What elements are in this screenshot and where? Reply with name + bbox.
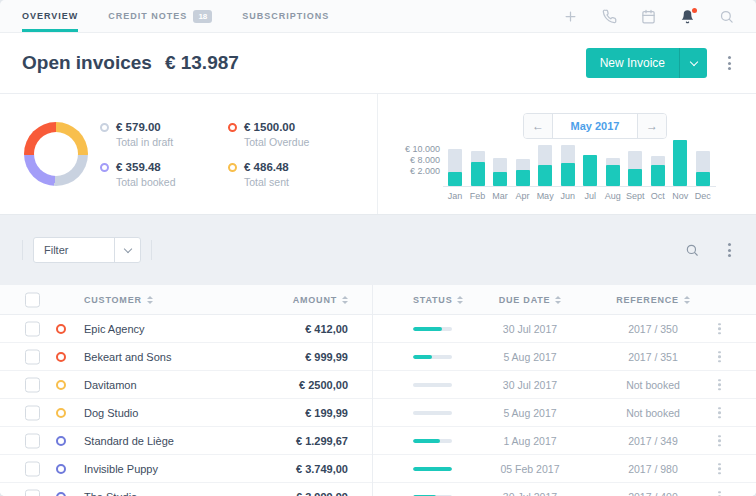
table-row[interactable]: Epic Agency€ 412,0030 Jul 20172017 / 350 (0, 315, 756, 343)
toolbar-kebab-icon[interactable] (725, 240, 734, 260)
customer-name[interactable]: Davitamon (84, 379, 137, 391)
row-checkbox[interactable] (25, 321, 40, 336)
bar-oct (651, 156, 665, 186)
calendar-icon[interactable] (641, 9, 656, 24)
filter-dropdown[interactable]: Filter (33, 237, 141, 263)
donut-chart (24, 122, 88, 186)
table-search-icon[interactable] (685, 243, 699, 257)
sort-icon (555, 296, 561, 304)
due-date: 05 Feb 2017 (470, 463, 590, 475)
row-checkbox[interactable] (25, 349, 40, 364)
phone-icon[interactable] (602, 9, 617, 24)
due-date: 30 Jul 2017 (470, 491, 590, 496)
row-kebab-icon[interactable] (716, 433, 723, 449)
select-all-checkbox[interactable] (25, 292, 40, 307)
filter-chevron[interactable] (114, 238, 140, 262)
bar-aug (606, 158, 620, 186)
amount-value: € 2500,00 (230, 379, 348, 391)
status-dot (56, 352, 66, 362)
status-dot (56, 324, 66, 334)
row-checkbox[interactable] (25, 433, 40, 448)
reference: 2017 / 400 (593, 491, 713, 496)
y-tick-label: € 8.000 (410, 155, 440, 165)
reference: 2017 / 980 (593, 463, 713, 475)
bar-nov (673, 140, 687, 186)
customer-name[interactable]: Bekeart and Sons (84, 351, 171, 363)
new-invoice-button[interactable]: New Invoice (586, 48, 707, 78)
column-header-customer[interactable]: CUSTOMER (84, 285, 153, 315)
row-kebab-icon[interactable] (716, 405, 723, 421)
tab-subscriptions[interactable]: SUBSCRIPTIONS (242, 0, 329, 32)
header-kebab-icon[interactable] (725, 53, 734, 73)
month-label: Mar (493, 191, 507, 201)
month-label: Jul (583, 191, 597, 201)
column-header-reference[interactable]: REFERENCE (593, 285, 713, 315)
tab-badge: 18 (193, 10, 212, 23)
new-invoice-dropdown[interactable] (679, 48, 707, 78)
bar-fill (583, 155, 597, 186)
bar-jan (448, 149, 462, 186)
filter-dropdown-label: Filter (34, 238, 114, 262)
search-icon[interactable] (719, 9, 734, 24)
table-row[interactable]: Invisible Puppy€ 3.749,0005 Feb 20172017… (0, 455, 756, 483)
progress-fill (413, 355, 432, 359)
column-header-status[interactable]: STATUS (413, 285, 463, 315)
customer-name[interactable]: Invisible Puppy (84, 463, 158, 475)
customer-name[interactable]: Epic Agency (84, 323, 145, 335)
row-kebab-icon[interactable] (716, 377, 723, 393)
table-row[interactable]: Standard de Liège€ 1.299,671 Aug 2017201… (0, 427, 756, 455)
topbar-icons (563, 0, 734, 32)
column-header-due-date[interactable]: DUE DATE (470, 285, 590, 315)
stat-label: Total in draft (116, 136, 228, 148)
bar-fill (696, 172, 710, 186)
customer-name[interactable]: Dog Studio (84, 407, 138, 419)
bar-fill (561, 163, 575, 186)
stats-grid: € 579.00Total in draft€ 1500.00Total Ove… (100, 121, 309, 188)
table-row[interactable]: Dog Studio€ 199,995 Aug 2017Not booked (0, 399, 756, 427)
due-date: 1 Aug 2017 (470, 435, 590, 447)
stat-dot (228, 163, 237, 172)
bar-apr (516, 159, 530, 186)
row-checkbox[interactable] (25, 489, 40, 496)
row-kebab-icon[interactable] (716, 461, 723, 477)
status-dot (56, 492, 66, 496)
tab-bar: OVERVIEWCREDIT NOTES18SUBSCRIPTIONS (22, 0, 329, 32)
reference: 2017 / 351 (593, 351, 713, 363)
month-label: Dec (696, 191, 710, 201)
tab-overview[interactable]: OVERVIEW (22, 0, 78, 32)
status-progressbar (413, 327, 452, 331)
tab-credit-notes[interactable]: CREDIT NOTES18 (108, 0, 212, 32)
customer-name[interactable]: The Studio (84, 491, 137, 496)
row-checkbox[interactable] (25, 461, 40, 476)
tab-label: OVERVIEW (22, 11, 78, 21)
tab-label: CREDIT NOTES (108, 11, 187, 21)
column-header-amount[interactable]: AMOUNT (230, 285, 348, 315)
bell-icon[interactable] (680, 9, 695, 24)
bar-sept (628, 151, 642, 186)
row-checkbox[interactable] (25, 377, 40, 392)
bar-jul (583, 155, 597, 186)
progress-fill (413, 467, 452, 471)
bar-fill (538, 165, 552, 186)
row-kebab-icon[interactable] (716, 321, 723, 337)
sort-icon (342, 296, 348, 304)
reference: Not booked (593, 407, 713, 419)
row-checkbox[interactable] (25, 405, 40, 420)
sort-icon (684, 296, 690, 304)
row-kebab-icon[interactable] (716, 489, 723, 496)
month-label: Oct (651, 191, 665, 201)
table-row[interactable]: The Studio€ 3.999,9930 Jul 20172017 / 40… (0, 483, 756, 496)
table-row[interactable]: Bekeart and Sons€ 999,995 Aug 20172017 /… (0, 343, 756, 371)
bar-fill (673, 140, 687, 186)
row-kebab-icon[interactable] (716, 349, 723, 365)
plus-icon[interactable] (563, 9, 578, 24)
table-row[interactable]: Davitamon€ 2500,0030 Jul 2017Not booked (0, 371, 756, 399)
sort-icon (457, 296, 463, 304)
top-bar: OVERVIEWCREDIT NOTES18SUBSCRIPTIONS (0, 0, 756, 33)
status-dot (56, 408, 66, 418)
customer-name[interactable]: Standard de Liège (84, 435, 174, 447)
month-label: Aug (606, 191, 620, 201)
title-actions: New Invoice (586, 48, 734, 78)
reference: 2017 / 350 (593, 323, 713, 335)
table-header: CUSTOMER AMOUNT STATUS DUE DATE REFERENC… (0, 285, 756, 315)
